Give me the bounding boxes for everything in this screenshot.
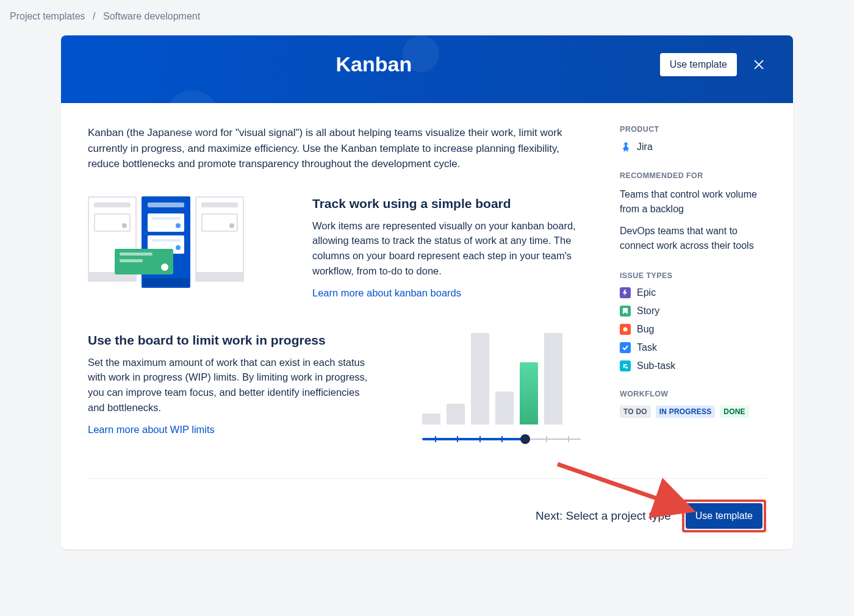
workflow-status-todo: TO DO — [620, 406, 651, 418]
issue-type-name: Epic — [637, 287, 656, 298]
workflow-status-in-progress: IN PROGRESS — [656, 406, 716, 418]
issue-type-row: Sub-task — [620, 360, 766, 371]
issue-type-name: Task — [637, 342, 657, 353]
feature-body: Set the maximum amount of work that can … — [88, 355, 368, 415]
svg-line-1 — [558, 464, 692, 510]
issue-type-row: Story — [620, 306, 766, 317]
issue-type-row: Task — [620, 342, 766, 353]
breadcrumb-separator: / — [93, 11, 95, 21]
sidebar: PRODUCT Jira RECOMMENDED FOR Teams that … — [620, 125, 766, 478]
learn-more-kanban-link[interactable]: Learn more about kanban boards — [312, 287, 461, 298]
issue-type-icon — [620, 324, 631, 335]
breadcrumb-root[interactable]: Project templates — [10, 11, 85, 21]
wip-chart-illustration — [398, 333, 593, 444]
product-label: PRODUCT — [620, 125, 766, 134]
svg-point-0 — [623, 328, 628, 332]
workflow-label: WORKFLOW — [620, 390, 766, 398]
footer: Next: Select a project type Use template — [88, 478, 766, 550]
issue-type-icon — [620, 287, 631, 298]
issue-type-name: Sub-task — [637, 360, 675, 371]
feature-track-work: Track work using a simple board Work ite… — [88, 196, 593, 299]
recommended-item: DevOps teams that want to connect work a… — [620, 224, 766, 253]
breadcrumb: Project templates / Software development — [0, 0, 854, 30]
learn-more-wip-link[interactable]: Learn more about WIP limits — [88, 424, 215, 435]
issue-type-row: Bug — [620, 324, 766, 335]
template-detail-card: Kanban Use template Kanban (the Japanese… — [61, 35, 793, 550]
issue-types-label: ISSUE TYPES — [620, 271, 766, 280]
feature-body: Work items are represented visually on y… — [312, 218, 593, 279]
breadcrumb-current: Software development — [103, 11, 200, 21]
use-template-button-top[interactable]: Use template — [660, 53, 737, 76]
product-name: Jira — [637, 141, 653, 152]
feature-title: Use the board to limit work in progress — [88, 333, 368, 348]
issue-type-name: Story — [637, 306, 659, 317]
annotation-arrow-icon — [551, 458, 710, 525]
page-title: Kanban — [336, 52, 412, 76]
recommended-item: Teams that control work volume from a ba… — [620, 187, 766, 217]
kanban-board-illustration — [88, 196, 283, 294]
workflow-status-done: DONE — [720, 406, 748, 418]
feature-title: Track work using a simple board — [312, 196, 593, 211]
hero: Kanban Use template — [61, 35, 793, 103]
issue-type-row: Epic — [620, 287, 766, 298]
close-icon[interactable] — [752, 57, 766, 72]
jira-icon — [620, 141, 632, 153]
issue-type-icon — [620, 360, 631, 371]
recommended-label: RECOMMENDED FOR — [620, 171, 766, 180]
issue-type-icon — [620, 306, 631, 317]
issue-type-name: Bug — [637, 324, 654, 335]
issue-type-icon — [620, 342, 631, 353]
intro-text: Kanban (the Japanese word for "visual si… — [88, 125, 593, 172]
feature-wip-limits: Use the board to limit work in progress … — [88, 333, 593, 444]
